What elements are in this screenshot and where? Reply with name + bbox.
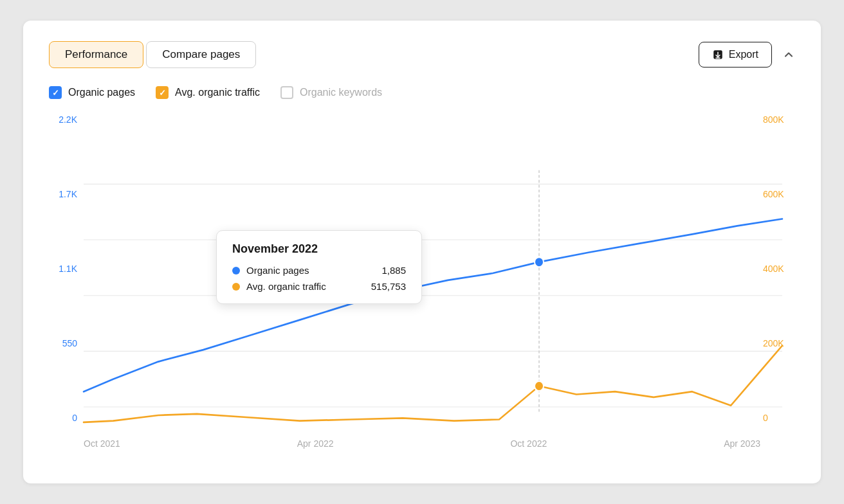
- filter-organic-pages[interactable]: ✓ Organic pages: [49, 86, 135, 99]
- tooltip-value-pages: 1,885: [381, 265, 406, 276]
- filters-row: ✓ Organic pages ✓ Avg. organic traffic O…: [49, 86, 795, 99]
- x-label-1: Apr 2022: [297, 438, 334, 449]
- chart-svg: [49, 114, 795, 449]
- tooltip-title: November 2022: [232, 242, 406, 256]
- x-axis-labels: Oct 2021 Apr 2022 Oct 2022 Apr 2023: [84, 438, 760, 449]
- x-label-0: Oct 2021: [84, 438, 120, 449]
- filter-avg-traffic[interactable]: ✓ Avg. organic traffic: [156, 86, 260, 99]
- tooltip-dot-orange: [232, 283, 240, 291]
- orange-line: [84, 346, 782, 422]
- tab-group: Performance Compare pages: [49, 41, 256, 68]
- chart-container: 2.2K 1.7K 1.1K 550 0 800K 600K 400K 200K…: [49, 114, 795, 449]
- download-icon: [712, 49, 724, 60]
- chart-tooltip: November 2022 Organic pages 1,885 Avg. o…: [216, 230, 422, 304]
- export-label: Export: [729, 49, 758, 60]
- tooltip-value-traffic: 515,753: [371, 281, 406, 292]
- blue-line: [84, 219, 782, 392]
- checkbox-organic-keywords[interactable]: [280, 86, 293, 99]
- chevron-up-icon[interactable]: [782, 48, 795, 61]
- label-organic-keywords: Organic keywords: [300, 87, 382, 98]
- checkbox-avg-traffic[interactable]: ✓: [156, 86, 169, 99]
- tooltip-label-pages: Organic pages: [246, 265, 375, 276]
- blue-data-dot: [535, 257, 544, 267]
- tab-compare[interactable]: Compare pages: [146, 41, 256, 68]
- tooltip-dot-blue: [232, 267, 240, 274]
- label-organic-pages: Organic pages: [68, 87, 135, 98]
- check-mark-orange: ✓: [159, 88, 166, 98]
- orange-data-dot: [535, 381, 544, 391]
- export-button[interactable]: Export: [699, 42, 772, 68]
- header: Performance Compare pages Export: [49, 41, 795, 68]
- check-mark-blue: ✓: [52, 88, 59, 98]
- x-label-2: Oct 2022: [510, 438, 547, 449]
- tab-performance[interactable]: Performance: [49, 41, 143, 68]
- tooltip-row-blue: Organic pages 1,885: [232, 265, 406, 276]
- header-right: Export: [699, 42, 795, 68]
- tooltip-row-orange: Avg. organic traffic 515,753: [232, 281, 406, 292]
- main-card: Performance Compare pages Export ✓: [23, 21, 821, 483]
- checkbox-organic-pages[interactable]: ✓: [49, 86, 62, 99]
- filter-organic-keywords[interactable]: Organic keywords: [280, 86, 382, 99]
- x-label-3: Apr 2023: [724, 438, 760, 449]
- tooltip-label-traffic: Avg. organic traffic: [246, 281, 365, 292]
- label-avg-traffic: Avg. organic traffic: [175, 87, 260, 98]
